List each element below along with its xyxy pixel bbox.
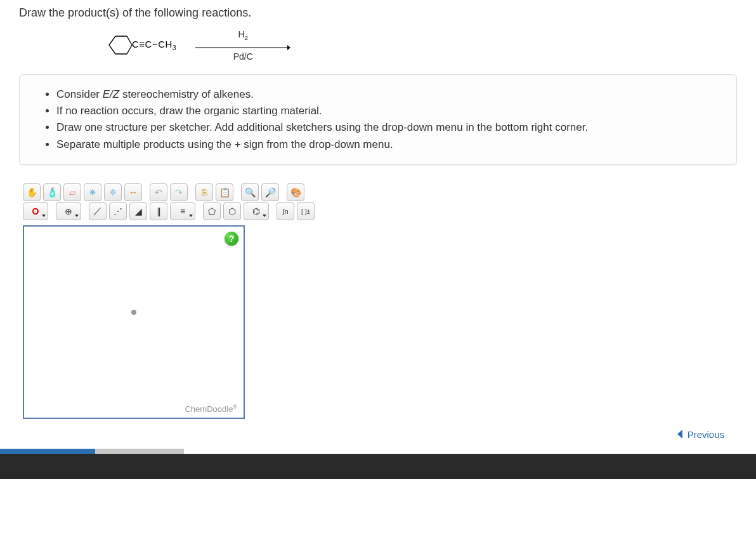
bracket-button[interactable]: [ ]± [297,202,315,220]
zoom-out-button[interactable]: 🔎 [261,183,279,201]
svg-marker-0 [109,36,132,54]
benzene-ring-icon [101,31,133,60]
question-title: Draw the product(s) of the following rea… [19,6,737,20]
instructions-list: Consider E/Z stereochemistry of alkenes.… [39,86,717,153]
instruction-item: Separate multiple products using the + s… [56,136,717,153]
spray-tool-icon[interactable]: 🧴 [43,183,61,201]
dash-bond-button[interactable]: ⋰ [109,202,127,220]
triple-bond-button[interactable]: ≡ [170,202,195,220]
chemdoodle-brand: ChemDoodle® [185,404,237,414]
double-bond-button[interactable]: ∥ [150,202,167,220]
center-tool-icon[interactable]: ✳ [84,183,101,201]
redo-button[interactable]: ↷ [170,183,188,201]
zoom-in-button[interactable]: 🔍 [241,183,259,201]
charge-picker[interactable]: ⊕ [56,202,81,220]
single-bond-button[interactable]: ／ [89,202,107,220]
help-icon[interactable]: ? [225,232,238,246]
footer [0,454,756,479]
atom-picker[interactable]: O [23,202,48,220]
color-button[interactable]: 🎨 [287,183,304,201]
svg-marker-3 [677,430,682,439]
toolbar-row-2: O ⊕ ／ ⋰ ◢ ∥ ≡ ⬠ ⬡ ⌬ ∫n [ ]± [23,202,386,220]
reactant-formula: C≡C−CH3 [132,39,176,51]
chevron-left-icon [675,428,686,440]
ring5-button[interactable]: ⬠ [203,202,221,220]
ring6-button[interactable]: ⬡ [223,202,241,220]
canvas-center-dot [131,310,136,315]
instruction-item: Draw one structure per sketcher. Add add… [56,119,717,136]
wedge-bond-button[interactable]: ◢ [129,202,147,220]
sketcher-widget: ✋ 🧴 ▱ ✳ ⚛ ↔ ↶ ↷ ⎘ 📋 🔍 🔎 🎨 O ⊕ [19,181,386,417]
instruction-item: If no reaction occurs, draw the organic … [56,103,717,119]
instruction-item: Consider E/Z stereochemistry of alkenes. [56,86,717,103]
previous-button[interactable]: Previous [675,428,724,440]
reaction-arrow: H2 Pd/C [195,29,290,62]
svg-marker-2 [287,45,290,50]
progress-bar [0,449,756,454]
integral-button[interactable]: ∫n [277,202,294,220]
hand-tool-icon[interactable]: ✋ [23,183,41,201]
instructions-box: Consider E/Z stereochemistry of alkenes.… [19,74,737,165]
copy-button[interactable]: ⎘ [195,183,213,201]
eraser-tool-icon[interactable]: ▱ [63,183,81,201]
paste-button[interactable]: 📋 [216,183,233,201]
toolbar-row-1: ✋ 🧴 ▱ ✳ ⚛ ↔ ↶ ↷ ⎘ 📋 🔍 🔎 🎨 [23,183,386,201]
reaction-scheme: C≡C−CH3 H2 Pd/C [101,29,737,62]
undo-button[interactable]: ↶ [150,183,167,201]
drawing-canvas[interactable]: ? ChemDoodle® [23,225,245,419]
clean-tool-icon[interactable]: ⚛ [104,183,122,201]
flip-tool-icon[interactable]: ↔ [124,183,142,201]
benzene-ring-button[interactable]: ⌬ [244,202,269,220]
